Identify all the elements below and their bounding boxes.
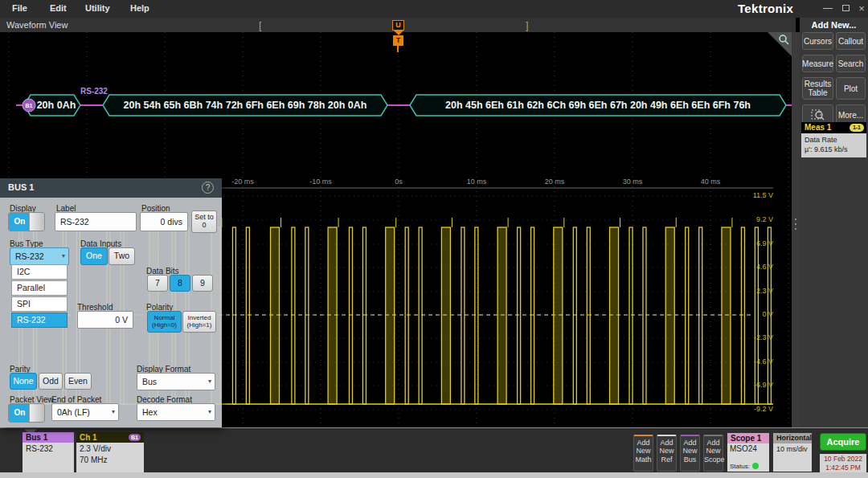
bus-type-option-rs232[interactable]: RS-232 <box>11 313 68 328</box>
trigger-user-marker[interactable]: U <box>392 20 404 31</box>
threshold-input[interactable]: 0 V <box>77 311 133 329</box>
measure-button[interactable]: Measure <box>802 55 833 72</box>
horizontal-badge[interactable]: Horizontal 10 ms/div <box>773 433 812 472</box>
bus-type-value: RS-232 <box>15 251 44 261</box>
polarity-inverted-button[interactable]: Inverted (High=1) <box>182 311 216 333</box>
voltage-tick-label: -9.2 V <box>741 405 773 413</box>
data-inputs-two-button[interactable]: Two <box>108 247 135 265</box>
set-to-zero-button[interactable]: Set to 0 <box>191 210 217 233</box>
time-tick-label: -10 ms <box>309 178 332 186</box>
add-new-bus-button[interactable]: Add New Bus <box>680 435 700 472</box>
data-bits-9-button[interactable]: 9 <box>192 275 213 292</box>
decode-format-dropdown[interactable]: Hex ▾ <box>137 403 215 421</box>
menu-help[interactable]: Help <box>130 3 149 13</box>
horizontal-badge-title: Horizontal <box>773 433 812 443</box>
data-bits-8-button[interactable]: 8 <box>170 275 190 292</box>
bus-type-dropdown[interactable]: RS-232 ▾ <box>10 247 69 265</box>
time-tick-label: 0s <box>395 178 403 186</box>
ch1-badge[interactable]: Ch 1 B1 2.3 V/div 70 MHz <box>76 432 144 473</box>
ch1-scale: 2.3 V/div <box>80 443 141 455</box>
toggle-knob <box>29 213 44 231</box>
ch1-bus-pill: B1 <box>129 434 141 441</box>
menu-utility[interactable]: Utility <box>85 3 110 13</box>
zoom-bracket-left-icon: [ <box>259 19 262 31</box>
display-toggle[interactable]: On <box>8 212 45 231</box>
meas1-badge[interactable]: Meas 1 1-1 <box>801 122 866 133</box>
callout-button[interactable]: Callout <box>836 32 866 50</box>
data-inputs-one-button[interactable]: One <box>80 247 108 265</box>
restore-icon[interactable] <box>839 2 852 14</box>
bus1-badge-body: RS-232 <box>23 443 74 473</box>
add-new-math-button[interactable]: Add New Math <box>633 435 653 472</box>
status-green-dot <box>752 463 759 469</box>
close-icon[interactable]: × <box>855 2 868 14</box>
acquire-button[interactable]: Acquire <box>820 433 866 451</box>
ch1-badge-header: Ch 1 B1 <box>76 432 144 443</box>
polarity-normal-button[interactable]: Normal (High=0) <box>147 311 182 333</box>
menu-bar: File Edit Utility Help Tektronix — × <box>0 0 868 18</box>
display-format-dropdown[interactable]: Bus ▾ <box>137 373 215 390</box>
add-new-header: Add New... <box>800 20 868 30</box>
scope1-status-label: Status: <box>730 463 750 470</box>
menu-edit[interactable]: Edit <box>50 3 67 13</box>
bus-packet-3-value: 20h 45h 6Eh 61h 62h 6Ch 69h 6Eh 67h 20h … <box>445 100 751 111</box>
add-new-ref-button[interactable]: Add New Ref <box>657 435 677 472</box>
voltage-tick-label: 4.6 V <box>741 263 773 271</box>
position-input[interactable]: 0 divs <box>140 212 188 231</box>
panel-splitter-handle[interactable] <box>792 32 800 427</box>
display-format-value: Bus <box>142 377 157 386</box>
meas1-value: µ': 9.615 kb/s <box>805 145 863 154</box>
bus-packet-1-value: 20h 0Ah <box>37 100 76 111</box>
label-input[interactable]: RS-232 <box>55 212 137 231</box>
parity-odd-button[interactable]: Odd <box>39 373 63 390</box>
bus-type-option-spi[interactable]: SPI <box>11 296 68 312</box>
bus-type-option-parallel[interactable]: Parallel <box>11 280 68 296</box>
voltage-tick-label: 2.3 V <box>741 287 773 295</box>
parity-none-button[interactable]: None <box>10 373 37 390</box>
data-bits-7-button[interactable]: 7 <box>147 275 168 292</box>
ch1-bandwidth: 70 MHz <box>80 455 141 466</box>
meas1-title: Meas 1 <box>805 123 831 132</box>
scope1-badge-title: Scope 1 <box>727 433 769 443</box>
plot-button[interactable]: Plot <box>836 77 866 100</box>
time-tick-label: 20 ms <box>545 178 565 186</box>
scope1-badge[interactable]: Scope 1 MSO24 Status: <box>727 433 769 472</box>
end-of-packet-value: 0Ah (LF) <box>57 407 90 417</box>
menu-file[interactable]: File <box>12 3 27 13</box>
add-new-scope-button[interactable]: Add New Scope <box>703 435 723 472</box>
ch1-badge-title: Ch 1 <box>80 432 97 443</box>
chevron-down-icon: ▾ <box>62 248 65 264</box>
meas1-source-pill: 1-1 <box>850 124 864 132</box>
tektronix-logo: Tektronix <box>738 2 793 15</box>
time-tick-label: 40 ms <box>701 178 721 186</box>
zoom-bracket-right-icon: ] <box>526 19 529 31</box>
bus-packet-2-value: 20h 54h 65h 6Bh 74h 72h 6Fh 6Eh 69h 78h … <box>124 100 367 111</box>
voltage-tick-label: -6.9 V <box>741 381 773 389</box>
minimize-icon[interactable]: — <box>821 2 834 14</box>
results-table-button[interactable]: Results Table <box>802 77 833 100</box>
cursors-button[interactable]: Cursors <box>802 32 833 50</box>
help-icon[interactable]: ? <box>202 182 214 194</box>
end-of-packet-dropdown[interactable]: 0Ah (LF) ▾ <box>51 403 119 421</box>
voltage-tick-label: -4.6 V <box>741 357 773 366</box>
packet-view-toggle[interactable]: On <box>8 403 45 423</box>
bus-type-option-i2c[interactable]: I2C <box>11 264 68 280</box>
results-bar: Add New... Cursors Callout Measure Searc… <box>800 16 868 427</box>
trigger-pin <box>397 46 399 52</box>
voltage-tick-label: 9.2 V <box>741 215 773 223</box>
date-text: 10 Feb 2022 <box>820 455 866 464</box>
bus1-config-dialog: BUS 1 ? Display On Label RS-232 Position… <box>0 178 222 427</box>
voltage-tick-label: 6.9 V <box>741 239 773 247</box>
chevron-down-icon: ▾ <box>112 404 115 420</box>
display-toggle-on: On <box>9 213 31 231</box>
chevron-down-icon: ▾ <box>208 404 211 420</box>
parity-even-button[interactable]: Even <box>64 373 92 390</box>
trigger-indicator[interactable]: T <box>393 35 403 46</box>
bus-track-label: RS-232 <box>80 87 108 96</box>
ch1-badge-body: 2.3 V/div 70 MHz <box>76 443 144 473</box>
tab-waveform-view[interactable]: Waveform View <box>6 20 68 30</box>
search-button[interactable]: Search <box>836 55 866 72</box>
bus1-badge[interactable]: Bus 1 RS-232 <box>23 432 74 473</box>
bus-source-badge-label: B1 <box>26 103 33 108</box>
dialog-header[interactable]: BUS 1 ? <box>0 178 222 198</box>
